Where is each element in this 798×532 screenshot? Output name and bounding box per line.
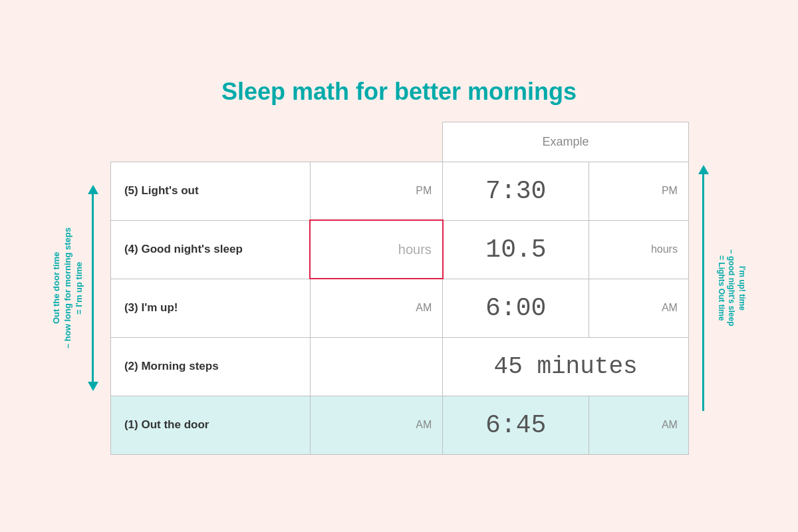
row1-label: (1) Out the door (110, 396, 310, 454)
sleep-math-table: Example (5) Light's out PM 7:30 PM (110, 122, 689, 455)
left-arrow-line (88, 185, 98, 391)
left-arrow-head-down (88, 382, 98, 391)
header-row: Example (110, 122, 688, 162)
left-arrow-column: Out the door time– how long for morning … (51, 135, 104, 441)
table-row-5: (5) Light's out PM 7:30 PM (110, 162, 688, 220)
row1-example-value: 6:45 (443, 396, 589, 454)
page-title: Sleep math for better mornings (221, 78, 577, 106)
row2-input[interactable] (310, 337, 443, 396)
row4-label: (4) Good night's sleep (110, 220, 310, 279)
table-row-3: (3) I'm up! AM 6:00 AM (110, 279, 688, 337)
table-wrapper: Example (5) Light's out PM 7:30 PM (110, 122, 689, 455)
row5-example-value: 7:30 (443, 162, 589, 220)
row2-label: (2) Morning steps (110, 337, 310, 396)
left-arrow-head-up (88, 185, 98, 194)
table-row-1: (1) Out the door AM 6:45 AM (110, 396, 688, 454)
row4-input[interactable]: hours (310, 220, 443, 279)
table-row-4: (4) Good night's sleep hours 10.5 hours (110, 220, 688, 279)
main-layout: Out the door time– how long for morning … (51, 122, 746, 455)
row5-example-unit: PM (589, 162, 689, 220)
row3-example-unit: AM (589, 279, 689, 337)
row1-example-unit: AM (589, 396, 689, 454)
left-arrow-shaft (92, 194, 94, 382)
table-row-2: (2) Morning steps 45 minutes (110, 337, 688, 396)
row3-example-value: 6:00 (443, 279, 589, 337)
right-arrow-line (698, 165, 709, 411)
row5-input[interactable]: PM (310, 162, 443, 220)
header-example-cell: Example (443, 122, 689, 162)
right-arrow-shaft (702, 174, 704, 402)
row1-input[interactable]: AM (310, 396, 443, 454)
header-empty (110, 122, 442, 162)
right-arrow-head-up (698, 165, 709, 174)
row3-input[interactable]: AM (310, 279, 443, 337)
right-arrow-column: I'm up! time– good night's sleep= Lights… (696, 165, 747, 411)
row4-example-value: 10.5 (443, 220, 589, 279)
left-arrow-label: Out the door time– how long for morning … (51, 227, 85, 348)
row4-example-unit: hours (589, 220, 689, 279)
right-arrow-label: I'm up! time– good night's sleep= Lights… (716, 249, 747, 327)
example-label: Example (543, 135, 589, 148)
right-arrow-base (702, 402, 704, 411)
row5-label: (5) Light's out (110, 162, 310, 220)
row2-example-merged: 45 minutes (443, 337, 689, 396)
row3-label: (3) I'm up! (110, 279, 310, 337)
